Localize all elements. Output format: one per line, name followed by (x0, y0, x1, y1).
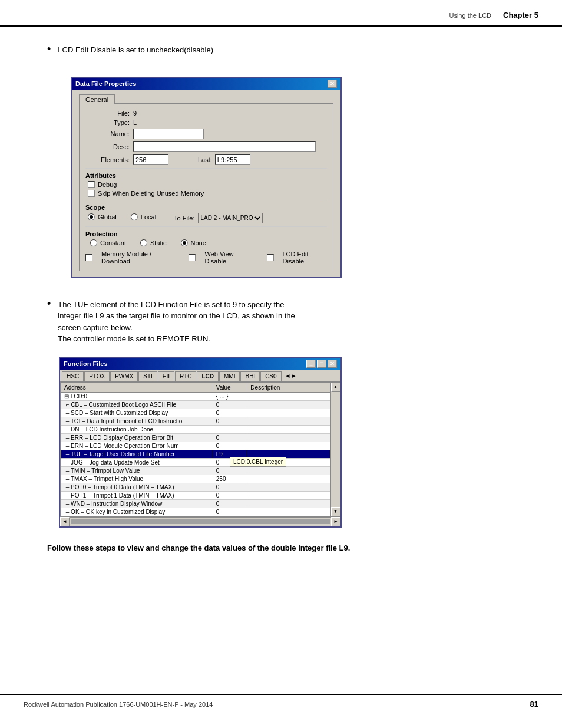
tab-bhi[interactable]: BHI (240, 371, 260, 381)
ff-minimize-btn[interactable]: _ (306, 360, 316, 368)
ff-table-body: ⊟ LCD:0 { ... } ⌐ CBL – Customized Boot … (61, 392, 330, 516)
protection-label: Protection (85, 230, 327, 238)
tab-sti[interactable]: STI (138, 371, 157, 381)
ff-window-wrapper: Function Files _ □ ✕ HSC PTOX PWMX STI E… (47, 357, 527, 528)
constant-label: Constant (100, 239, 126, 246)
ff-close-btn[interactable]: ✕ (328, 360, 337, 368)
none-radio[interactable] (181, 239, 188, 246)
bullet-text-1: LCD Edit Disable is set to unchecked(dis… (58, 44, 213, 56)
row-addr: ⊟ LCD:0 (61, 392, 213, 400)
to-file-select[interactable]: LAD 2 - MAIN_PROG (198, 213, 263, 223)
to-file-group: To File: LAD 2 - MAIN_PROG (174, 213, 262, 223)
lcd-edit-checkbox[interactable] (267, 254, 274, 261)
tab-cs0[interactable]: CS0 (260, 371, 281, 381)
local-radio-row: Local (128, 213, 156, 220)
desc-input[interactable] (133, 141, 316, 152)
table-row[interactable]: – ERR – LCD Display Operation Error Bit … (61, 433, 330, 442)
elements-input[interactable] (133, 154, 168, 165)
row-addr: – TOI – Data Input Timeout of LCD Instru… (61, 417, 213, 425)
tooltip-text: LCD:0.CBL Integer (233, 459, 283, 465)
file-value: 9 (133, 110, 137, 117)
table-row[interactable]: – DN – LCD Instruction Job Done (61, 425, 330, 433)
skip-mem-row: Skip When Deleting Unused Memory (85, 190, 327, 197)
row-desc (247, 466, 330, 475)
row-desc (247, 409, 330, 417)
constant-radio[interactable] (90, 239, 97, 246)
scope-options: Global Local To File: LAD 2 - MAIN_PROG (85, 213, 327, 223)
lcd-edit-label: LCD Edit Disable (283, 251, 327, 265)
tab-more-btn[interactable]: ◄► (282, 371, 300, 381)
row-desc (247, 425, 330, 433)
table-row[interactable]: – WND – Instruction Display Window 0 (61, 499, 330, 508)
table-row[interactable]: – TMAX – Trimpot High Value 250 (61, 475, 330, 483)
static-label: Static (150, 239, 167, 246)
tab-ptox[interactable]: PTOX (84, 371, 110, 381)
body-bold-text: Follow these steps to view and change th… (47, 543, 350, 552)
bullet-dot-1: • (47, 43, 51, 55)
global-radio-row: Global (85, 213, 117, 220)
ff-vscrollbar[interactable]: ▲ ▼ (330, 383, 340, 516)
body-paragraph: Follow these steps to view and change th… (47, 542, 527, 555)
table-row[interactable]: – TOI – Data Input Timeout of LCD Instru… (61, 417, 330, 425)
dialog-tab-area: File: 9 Type: L Name: Desc: (79, 103, 333, 271)
last-input[interactable] (215, 154, 250, 165)
table-row[interactable]: – TMIN – Trimpot Low Value 0 (61, 466, 330, 475)
row-desc (247, 392, 330, 400)
file-label: File: (85, 110, 130, 117)
scroll-left-btn[interactable]: ◄ (60, 517, 70, 526)
skip-mem-checkbox[interactable] (88, 190, 95, 197)
table-row[interactable]: – JOG – Jog data Update Mode Set 0 (61, 458, 330, 466)
table-row-highlighted[interactable]: – TUF – Target User Defined File Number … (61, 450, 330, 458)
table-row[interactable]: ⌐ CBL – Customized Boot Logo ASCII File … (61, 400, 330, 409)
memory-module-checkbox[interactable] (85, 254, 92, 261)
last-group: Last: (198, 154, 250, 165)
elements-group: Elements: (85, 154, 168, 165)
footer-left: Rockwell Automation Publication 1766-UM0… (24, 701, 213, 708)
table-row[interactable]: – ERN – LCD Module Operation Error Num 0 (61, 442, 330, 450)
table-row[interactable]: – POT0 – Trimpot 0 Data (TMIN – TMAX) 0 (61, 483, 330, 491)
dialog-tab-general[interactable]: General (79, 94, 115, 104)
global-radio[interactable] (88, 213, 95, 220)
row-addr: – WND – Instruction Display Window (61, 499, 213, 508)
tab-lcd[interactable]: LCD (197, 371, 219, 381)
row-addr: – POT1 – Trimpot 1 Data (TMIN – TMAX) (61, 491, 213, 499)
bottom-checkboxes: Memory Module / Download Web View Disabl… (85, 251, 327, 265)
dialog-file-row: File: 9 (85, 110, 327, 117)
tab-mmi[interactable]: MMI (219, 371, 240, 381)
static-radio[interactable] (140, 239, 147, 246)
debug-checkbox[interactable] (88, 181, 95, 188)
dialog-elements-row: Elements: Last: (85, 154, 327, 165)
bullet-dot-2: • (47, 298, 51, 310)
tab-eii[interactable]: EII (158, 371, 174, 381)
tab-pwmx[interactable]: PWMX (110, 371, 138, 381)
row-val: 0 (213, 508, 247, 516)
dialog-close-btn[interactable]: ✕ (328, 80, 337, 88)
table-row[interactable]: – POT1 – Trimpot 1 Data (TMIN – TMAX) 0 (61, 491, 330, 499)
row-desc (247, 442, 330, 450)
ff-hscrollbar[interactable]: ◄ ► (60, 517, 340, 526)
ff-table: Address Value Description ⊟ LCD:0 { ... … (61, 383, 330, 516)
name-input[interactable] (133, 129, 204, 139)
table-row[interactable]: – OK – OK key in Customized Display 0 (61, 508, 330, 516)
table-row[interactable]: ⊟ LCD:0 { ... } (61, 392, 330, 400)
scroll-down-btn[interactable]: ▼ (331, 507, 340, 516)
row-addr: – JOG – Jog data Update Mode Set (61, 458, 213, 466)
row-desc (247, 475, 330, 483)
tab-hsc[interactable]: HSC (62, 371, 84, 381)
web-view-checkbox[interactable] (189, 254, 196, 261)
scroll-track-h[interactable] (71, 519, 330, 524)
function-files-window: Function Files _ □ ✕ HSC PTOX PWMX STI E… (59, 357, 342, 528)
row-desc (247, 483, 330, 491)
table-row[interactable]: – SCD – Start with Customized Display 0 (61, 409, 330, 417)
row-desc (247, 417, 330, 425)
ff-body: Address Value Description ⊟ LCD:0 { ... … (60, 382, 340, 517)
scroll-right-btn[interactable]: ► (331, 517, 340, 526)
row-val: { ... } (213, 392, 247, 400)
scroll-up-btn[interactable]: ▲ (331, 383, 340, 392)
dialog-titlebar: Data File Properties ✕ (72, 78, 340, 90)
local-radio[interactable] (131, 213, 138, 220)
row-addr: – TMIN – Trimpot Low Value (61, 466, 213, 475)
header-section: Using the LCD (449, 12, 491, 19)
ff-maximize-btn[interactable]: □ (317, 360, 326, 368)
tab-rtc[interactable]: RTC (175, 371, 196, 381)
